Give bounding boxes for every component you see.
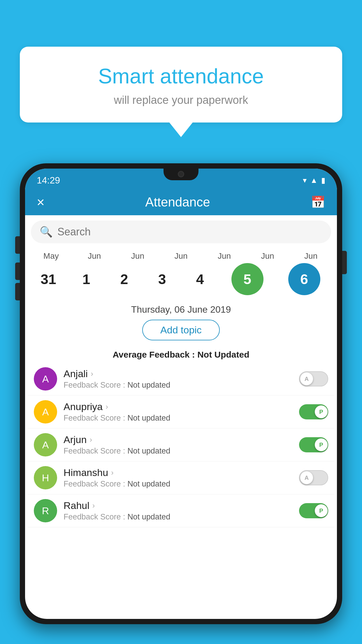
student-avatar: A xyxy=(34,433,57,456)
student-avatar: A xyxy=(34,367,57,391)
speech-bubble-title: Smart attendance xyxy=(34,64,328,88)
feedback-average-label: Average Feedback : xyxy=(113,350,197,359)
student-name: Rahul › xyxy=(64,500,299,511)
date-1[interactable]: 1 xyxy=(67,271,105,287)
student-name: Anupriya › xyxy=(64,401,299,412)
student-item[interactable]: AArjun ›Feedback Score : Not updatedP xyxy=(28,428,334,461)
toggle-knob: P xyxy=(315,405,328,418)
student-item[interactable]: AAnjali ›Feedback Score : Not updatedA xyxy=(28,363,334,396)
signal-icon: ▲ xyxy=(310,176,318,185)
month-1: Jun xyxy=(75,251,113,261)
phone-inner: 14:29 ▾ ▲ ▮ × Attendance 📅 🔍 xyxy=(25,169,337,619)
toggle-container[interactable]: A xyxy=(299,371,328,386)
notch-camera xyxy=(178,171,184,177)
toggle-knob: A xyxy=(300,372,313,385)
student-avatar: R xyxy=(34,499,57,522)
chevron-icon: › xyxy=(106,402,108,411)
toggle-knob: P xyxy=(315,504,328,517)
attendance-toggle[interactable]: P xyxy=(299,437,328,452)
month-0: May xyxy=(32,251,70,261)
wifi-icon: ▾ xyxy=(303,176,307,185)
chevron-icon: › xyxy=(92,501,95,510)
student-feedback: Feedback Score : Not updated xyxy=(64,480,299,489)
app-header: × Attendance 📅 xyxy=(25,189,337,215)
speech-bubble-container: Smart attendance will replace your paper… xyxy=(20,47,342,137)
status-icons: ▾ ▲ ▮ xyxy=(303,176,325,185)
student-avatar: A xyxy=(34,400,57,424)
month-5: Jun xyxy=(249,251,287,261)
attendance-toggle[interactable]: A xyxy=(299,470,328,485)
student-info: Anjali ›Feedback Score : Not updated xyxy=(64,368,299,390)
date-3[interactable]: 3 xyxy=(143,271,181,287)
calendar-strip: May Jun Jun Jun Jun Jun Jun 31 1 2 3 4 5… xyxy=(25,249,337,299)
student-item[interactable]: HHimanshu ›Feedback Score : Not updatedA xyxy=(28,461,334,494)
search-input[interactable] xyxy=(57,226,322,238)
date-4[interactable]: 4 xyxy=(181,271,219,287)
month-4: Jun xyxy=(205,251,243,261)
status-time: 14:29 xyxy=(37,175,60,186)
speech-bubble: Smart attendance will replace your paper… xyxy=(20,47,342,123)
student-info: Rahul ›Feedback Score : Not updated xyxy=(64,500,299,522)
feedback-average: Average Feedback : Not Updated xyxy=(25,350,337,360)
toggle-container[interactable]: P xyxy=(299,503,328,518)
speech-bubble-subtitle: will replace your paperwork xyxy=(34,94,328,106)
month-2: Jun xyxy=(119,251,157,261)
selected-date-label: Thursday, 06 June 2019 xyxy=(25,304,337,315)
close-button[interactable]: × xyxy=(37,194,45,210)
feedback-average-value: Not Updated xyxy=(197,350,249,359)
month-3: Jun xyxy=(162,251,200,261)
toggle-knob: A xyxy=(300,471,313,484)
phone-outer: 14:29 ▾ ▲ ▮ × Attendance 📅 🔍 xyxy=(20,163,342,624)
attendance-toggle[interactable]: P xyxy=(299,503,328,518)
student-info: Anupriya ›Feedback Score : Not updated xyxy=(64,401,299,423)
toggle-knob: P xyxy=(315,438,328,451)
month-6: Jun xyxy=(292,251,330,261)
speech-bubble-arrow xyxy=(169,123,193,137)
chevron-icon: › xyxy=(91,369,93,378)
battery-icon: ▮ xyxy=(321,176,325,185)
add-topic-wrapper: Add topic xyxy=(25,320,337,345)
date-5-today[interactable]: 5 xyxy=(231,263,263,295)
chevron-icon: › xyxy=(111,468,114,477)
calendar-months-row: May Jun Jun Jun Jun Jun Jun xyxy=(25,251,337,261)
search-container[interactable]: 🔍 xyxy=(31,220,331,243)
student-name: Arjun › xyxy=(64,434,299,445)
attendance-toggle[interactable]: P xyxy=(299,404,328,419)
phone-container: 14:29 ▾ ▲ ▮ × Attendance 📅 🔍 xyxy=(20,163,342,644)
date-2[interactable]: 2 xyxy=(105,271,143,287)
search-icon: 🔍 xyxy=(40,226,53,238)
student-item[interactable]: RRahul ›Feedback Score : Not updatedP xyxy=(28,494,334,527)
toggle-container[interactable]: P xyxy=(299,437,328,452)
student-info: Arjun ›Feedback Score : Not updated xyxy=(64,434,299,456)
student-item[interactable]: AAnupriya ›Feedback Score : Not updatedP xyxy=(28,396,334,428)
student-feedback: Feedback Score : Not updated xyxy=(64,381,299,390)
student-feedback: Feedback Score : Not updated xyxy=(64,414,299,423)
student-name: Anjali › xyxy=(64,368,299,379)
content-area: Thursday, 06 June 2019 Add topic Average… xyxy=(25,299,337,530)
chevron-icon: › xyxy=(89,435,92,444)
calendar-dates-row: 31 1 2 3 4 5 6 xyxy=(25,261,337,298)
date-6-selected[interactable]: 6 xyxy=(288,263,320,295)
date-0[interactable]: 31 xyxy=(29,271,67,287)
phone-notch xyxy=(164,169,198,180)
toggle-container[interactable]: P xyxy=(299,404,328,419)
student-avatar: H xyxy=(34,466,57,489)
student-list: AAnjali ›Feedback Score : Not updatedAAA… xyxy=(25,363,337,527)
student-feedback: Feedback Score : Not updated xyxy=(64,447,299,456)
student-info: Himanshu ›Feedback Score : Not updated xyxy=(64,467,299,489)
add-topic-button[interactable]: Add topic xyxy=(142,320,220,340)
header-title: Attendance xyxy=(145,195,210,209)
calendar-icon[interactable]: 📅 xyxy=(311,195,325,209)
student-feedback: Feedback Score : Not updated xyxy=(64,512,299,522)
attendance-toggle[interactable]: A xyxy=(299,371,328,386)
student-name: Himanshu › xyxy=(64,467,299,478)
toggle-container[interactable]: A xyxy=(299,470,328,485)
